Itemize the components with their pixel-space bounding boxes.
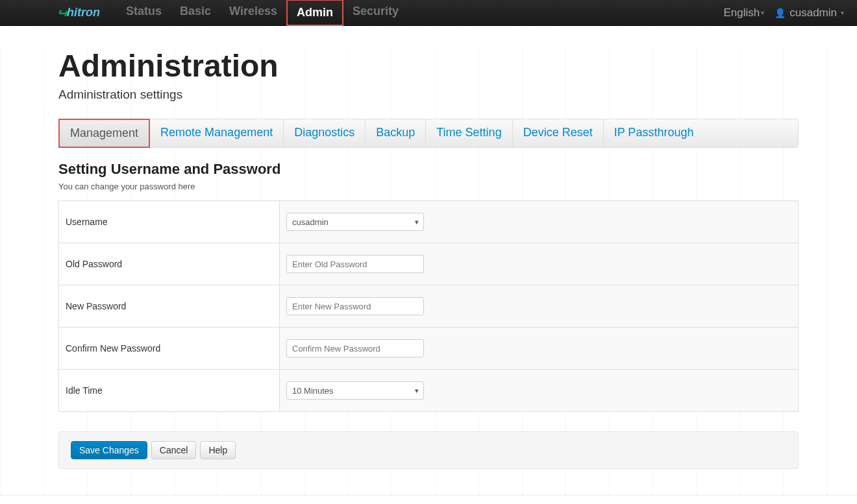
nav-item-wireless[interactable]: Wireless xyxy=(220,0,286,26)
label-username: Username xyxy=(59,201,280,243)
chevron-down-icon: ▾ xyxy=(841,9,844,16)
section-title: Setting Username and Password xyxy=(58,161,799,178)
user-icon: 👤 xyxy=(775,8,786,18)
logo-rest: itron xyxy=(74,6,100,19)
page-subtitle: Administration settings xyxy=(58,88,799,102)
row-idle-time: Idle Time 10 Minutes xyxy=(59,370,799,412)
label-idle-time: Idle Time xyxy=(59,370,280,412)
row-new-password: New Password xyxy=(59,285,799,328)
user-label: cusadmin xyxy=(789,6,837,19)
tab-backup[interactable]: Backup xyxy=(366,119,426,147)
username-select[interactable]: cusadmin xyxy=(286,213,424,231)
row-confirm-password: Confirm New Password xyxy=(59,328,799,370)
help-button[interactable]: Help xyxy=(200,441,236,459)
label-new-password: New Password xyxy=(59,285,280,328)
language-dropdown[interactable]: English▾ xyxy=(723,6,764,19)
tab-diagnostics[interactable]: Diagnostics xyxy=(284,119,366,147)
settings-table: Username cusadmin Old Password New Passw… xyxy=(58,200,799,412)
cancel-button[interactable]: Cancel xyxy=(151,441,197,459)
content-area: Administration Administration settings M… xyxy=(0,48,857,495)
nav-item-security[interactable]: Security xyxy=(343,0,408,26)
old-password-input[interactable] xyxy=(286,255,424,273)
idle-time-select[interactable]: 10 Minutes xyxy=(286,381,424,400)
tab-management[interactable]: Management xyxy=(58,119,150,148)
row-username: Username cusadmin xyxy=(59,201,799,243)
footer: © 2020 Hitron Technologies Inc.. All rig… xyxy=(0,495,857,504)
confirm-password-input[interactable] xyxy=(286,339,424,357)
nav-item-admin[interactable]: Admin xyxy=(286,0,343,26)
tab-remote-management[interactable]: Remote Management xyxy=(150,119,284,147)
page-title: Administration xyxy=(58,48,799,84)
chevron-down-icon: ▾ xyxy=(761,9,764,16)
section-desc: You can change your password here xyxy=(58,182,799,191)
row-old-password: Old Password xyxy=(59,243,799,285)
logo-letter: h xyxy=(67,6,74,19)
nav-item-status[interactable]: Status xyxy=(117,0,171,26)
tab-ip-passthrough[interactable]: IP Passthrough xyxy=(604,119,704,147)
nav-items: Status Basic Wireless Admin Security xyxy=(117,0,408,26)
brand-logo: ↪hitron xyxy=(57,5,100,21)
tab-device-reset[interactable]: Device Reset xyxy=(513,119,604,147)
buttons-bar: Save Changes Cancel Help xyxy=(58,431,799,469)
new-password-input[interactable] xyxy=(286,297,424,315)
tab-time-setting[interactable]: Time Setting xyxy=(426,119,512,147)
label-confirm-password: Confirm New Password xyxy=(59,328,280,370)
nav-right: English▾ 👤 cusadmin ▾ xyxy=(723,6,844,19)
top-navbar: ↪hitron Status Basic Wireless Admin Secu… xyxy=(0,0,857,26)
label-old-password: Old Password xyxy=(59,243,280,285)
language-label: English xyxy=(723,6,760,19)
subnav-tabs: Management Remote Management Diagnostics… xyxy=(58,119,799,148)
nav-item-basic[interactable]: Basic xyxy=(171,0,220,26)
user-dropdown[interactable]: 👤 cusadmin ▾ xyxy=(775,6,844,19)
save-button[interactable]: Save Changes xyxy=(71,441,147,459)
